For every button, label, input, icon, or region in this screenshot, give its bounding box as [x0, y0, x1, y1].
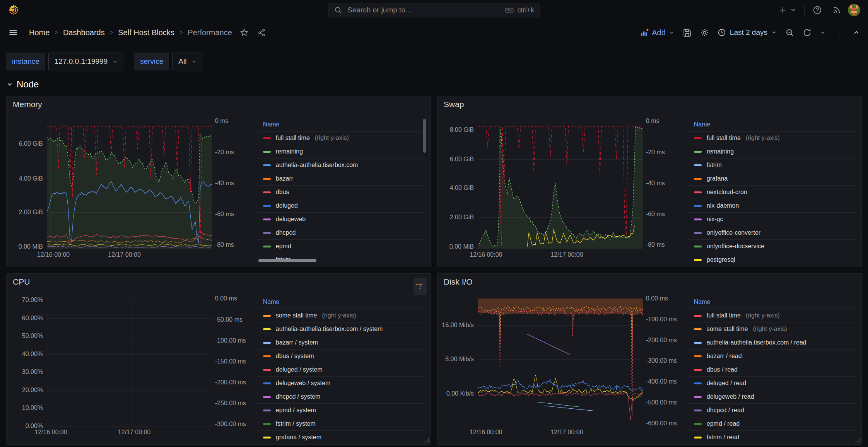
legend-row[interactable]: grafana: [688, 172, 857, 186]
variable-service-value[interactable]: All: [172, 53, 203, 70]
legend-row[interactable]: some stall time(right y-axis): [257, 309, 426, 322]
news-icon[interactable]: [832, 5, 842, 15]
legend-label: epmd / read: [707, 420, 740, 427]
legend-row[interactable]: postgresql: [688, 253, 857, 264]
panel-title[interactable]: Disk I/O: [444, 277, 473, 287]
gridline-horizontal: [47, 336, 212, 336]
legend-row[interactable]: full stall time(right y-axis): [688, 309, 857, 322]
panel-resize-handle[interactable]: [424, 438, 429, 442]
refresh-chevron-down-icon[interactable]: [820, 29, 826, 36]
legend-row[interactable]: delugeweb / read: [688, 390, 857, 404]
legend-row[interactable]: onlyoffice-converter: [688, 226, 857, 240]
plot-area[interactable]: [478, 121, 643, 249]
legend-row[interactable]: bazarr: [257, 172, 426, 186]
new-button[interactable]: [778, 5, 788, 15]
share-icon[interactable]: [257, 28, 266, 37]
series-color-pill: [694, 191, 702, 193]
legend-row[interactable]: fstrim: [257, 253, 426, 264]
plot-area[interactable]: [47, 299, 212, 426]
y-axis-left: 70.00%60.00%50.00%40.00%30.00%20.00%10.0…: [11, 299, 47, 426]
gridline-horizontal: [47, 408, 212, 408]
panel-title[interactable]: CPU: [13, 277, 30, 287]
chart: 70.00%60.00%50.00%40.00%30.00%20.00%10.0…: [11, 290, 251, 442]
legend-row[interactable]: dhcpcd / system: [257, 390, 426, 404]
legend-row[interactable]: deluged / read: [688, 377, 857, 390]
legend-header[interactable]: Name: [257, 118, 426, 131]
y-axis-tick: -80 ms: [646, 242, 665, 248]
legend-row[interactable]: epmd: [257, 240, 426, 253]
legend-row[interactable]: authelia-authelia.tiserbox.com / system: [257, 322, 426, 336]
grafana-logo[interactable]: [8, 4, 19, 16]
add-panel-button[interactable]: Add: [640, 28, 675, 37]
y-axis-tick: 4.00 GiB: [19, 176, 43, 182]
plot-area[interactable]: [47, 121, 212, 249]
row-node[interactable]: Node: [0, 79, 868, 90]
legend-row[interactable]: fstrim / system: [257, 417, 426, 431]
avatar[interactable]: [848, 4, 860, 16]
breadcrumb-dashboards[interactable]: Dashboards: [63, 28, 105, 37]
panel-swap: Swap 8.00 GiB6.00 GiB4.00 GiB2.00 GiB0.0…: [437, 96, 862, 267]
breadcrumb-home[interactable]: Home: [29, 28, 50, 37]
save-icon[interactable]: [682, 28, 692, 38]
variable-instance: instance 127.0.0.1:19999: [6, 53, 124, 70]
legend-header[interactable]: Name: [257, 295, 426, 309]
legend-row[interactable]: epmd / read: [688, 417, 857, 431]
legend-label: full stall time: [276, 135, 310, 142]
help-icon[interactable]: [812, 5, 822, 15]
search-bar[interactable]: ctrl+k: [328, 3, 540, 17]
search-input[interactable]: [347, 5, 501, 15]
breadcrumb-folder[interactable]: Self Host Blocks: [118, 28, 174, 37]
legend-row[interactable]: delugeweb: [257, 213, 426, 226]
new-chevron-down-icon[interactable]: [790, 7, 796, 13]
legend-row[interactable]: fstrim / read: [688, 431, 857, 442]
legend-row[interactable]: authelia-authelia.tiserbox.com / read: [688, 336, 857, 350]
legend-row[interactable]: deluged: [257, 199, 426, 213]
legend-row[interactable]: nextcloud-cron: [688, 186, 857, 199]
favorite-star-icon[interactable]: [240, 28, 249, 37]
legend-header[interactable]: Name: [688, 295, 857, 309]
legend-row[interactable]: fstrim: [688, 159, 857, 172]
time-range-picker[interactable]: Last 2 days: [717, 28, 777, 37]
zoom-out-icon[interactable]: [785, 28, 795, 38]
legend-row[interactable]: bazarr / system: [257, 336, 426, 350]
legend-row[interactable]: epmd / system: [257, 404, 426, 417]
legend-row[interactable]: dbus / system: [257, 350, 426, 363]
legend-label: remaining: [707, 148, 734, 155]
legend-header[interactable]: Name: [688, 118, 857, 131]
panel-title[interactable]: Swap: [444, 100, 464, 109]
settings-gear-icon[interactable]: [700, 28, 709, 38]
legend-row[interactable]: dbus / read: [688, 363, 857, 377]
menu-icon[interactable]: [8, 27, 18, 38]
legend-row[interactable]: onlyoffice-docservice: [688, 240, 857, 253]
y-axis-tick: 8.00 GiB: [450, 127, 474, 133]
legend-row[interactable]: nix-gc: [688, 213, 857, 226]
legend-horizontal-scrollbar[interactable]: [258, 259, 316, 262]
panel-title[interactable]: Memory: [13, 100, 42, 109]
x-axis-tick: 12/16 00:00: [470, 252, 502, 258]
gridline-horizontal: [478, 394, 643, 394]
legend-row[interactable]: full stall time(right y-axis): [688, 131, 857, 145]
legend-row[interactable]: some stall time(right y-axis): [688, 322, 857, 336]
legend-vertical-scrollbar[interactable]: [423, 119, 426, 153]
refresh-icon[interactable]: [802, 28, 812, 38]
legend-label: grafana: [707, 175, 728, 182]
legend-row[interactable]: remaining: [688, 145, 857, 159]
legend-row[interactable]: grafana / system: [257, 431, 426, 442]
legend-row[interactable]: dbus: [257, 186, 426, 199]
panel-menu-kebab-icon[interactable]: [413, 278, 427, 295]
legend-row[interactable]: delugeweb / system: [257, 377, 426, 390]
legend-row[interactable]: nix-daemon: [688, 199, 857, 213]
variable-instance-value[interactable]: 127.0.0.1:19999: [48, 53, 124, 70]
legend-row[interactable]: dhcpcd / read: [688, 404, 857, 417]
plot-area[interactable]: [478, 299, 643, 426]
legend-row[interactable]: full stall time(right y-axis): [257, 131, 426, 145]
legend-row[interactable]: remaining: [257, 145, 426, 159]
panel-resize-handle[interactable]: [855, 438, 859, 442]
legend-row[interactable]: authelia-authelia.tiserbox.com: [257, 159, 426, 172]
legend-row[interactable]: deluged / system: [257, 363, 426, 377]
collapse-chevron-up-icon[interactable]: [853, 29, 860, 36]
legend-row[interactable]: bazarr / read: [688, 350, 857, 363]
legend-row[interactable]: dhcpcd: [257, 226, 426, 240]
legend-label: nix-daemon: [707, 202, 739, 209]
add-chevron-down-icon: [668, 29, 675, 36]
